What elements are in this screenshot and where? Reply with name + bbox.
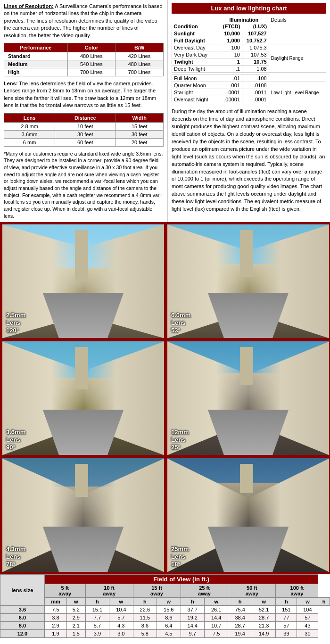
lens-row-width: 30 feet [116,130,164,138]
fov-5w: 3.8 [44,614,66,622]
image-caption-3.6mm: 3.6mmLens90° [6,429,25,452]
fov-100h: 30 [297,630,318,638]
lens-row-lens: 6 mm [4,138,55,146]
lux-ftcd-g2: .01 [219,75,242,82]
lux-ftcd: 100 [219,44,242,51]
lux-condition-g2: Starlight [172,89,219,96]
lens-intro: Lens: The lens determines the field of v… [4,80,164,109]
perf-row-label: Standard [4,52,68,60]
lux-ftcd: 1,000 [219,37,242,44]
fov-25h: 10.7 [204,622,228,630]
details-header: Details [269,17,326,23]
perf-row-bw: 480 Lines [116,60,164,68]
lens-heading: Lens: [4,81,17,86]
fov-15h: 4.5 [157,630,181,638]
fov-10h: 3.0 [109,630,133,638]
lens-table: Lens Distance Width 2.8 mm 10 feet 15 fe… [4,113,164,147]
fov-mm: 12.0 [0,630,45,638]
fov-25w: 19.2 [181,614,204,622]
fov-15w: 22.6 [133,606,157,614]
fov-50h: 28.7 [252,614,275,622]
lux-lux-g2: .0011 [242,89,269,96]
fov-25w: 9.7 [181,630,204,638]
fov-25w: 14.4 [181,622,204,630]
low-light-label: Low Light Level Range [269,82,326,103]
lux-description: During the day the amount of illuminatio… [172,108,326,213]
perf-col-header: Performance [4,43,68,52]
fov-dist-header: 10 ftaway [85,584,133,598]
lux-lux: 1,075.3 [242,44,269,51]
fov-100w: 77 [276,614,297,622]
lux-lux-g2: .108 [242,75,269,82]
fov-15w: 5.8 [133,630,157,638]
perf-row-color: 480 Lines [67,52,116,60]
lens-size-label: lens size [0,575,45,606]
fov-5w: 1.9 [44,630,66,638]
image-caption-12mm: 12mmLens25° [171,429,189,452]
h-label-6: h [318,598,330,606]
lux-lux-g2: .0001 [242,96,269,103]
image-box-3.6mm: 3.6mmLens90° [1,340,165,456]
h-label-3: h [181,598,204,606]
daylight-range-label: Daylight Range [269,44,326,73]
h-label-2: h [133,598,157,606]
lux-condition: Deep Twilight [172,66,219,73]
lux-lux: 10.75 [242,58,269,66]
fov-25h: 26.1 [204,606,228,614]
fov-10h: 10.4 [109,606,133,614]
lens-footnote: *Many of our customers require a standar… [4,150,164,220]
right-panel: Lux and low lighting chart Illumination … [167,0,330,222]
fov-50w: 38.4 [228,614,252,622]
fov-50h: 14.9 [252,630,275,638]
lux-ftcd-g2: .00001 [219,96,242,103]
fov-10h: 4.3 [109,622,133,630]
image-box-4.3mm: 4.3mmLens78° [1,457,165,573]
fov-15h: 8.6 [157,614,181,622]
fov-5h: 5.2 [67,606,86,614]
image-box-25mm: 25mmLens18° [166,457,330,573]
image-box-12mm: 12mmLens25° [166,340,330,456]
fov-mm: 6.0 [0,614,45,622]
lens-row-dist: 10 feet [55,122,116,130]
lux-table: Illumination Details Condition (FTCD) (L… [172,17,326,103]
w-label-3: w [157,598,181,606]
lens-row-lens: 3.6mm [4,130,55,138]
condition-header [172,17,219,23]
image-caption-4.3mm: 4.3mmLens78° [6,545,25,569]
perf-row-label: Medium [4,60,68,68]
fov-table: lens size Field of View (in ft.) 5 ftawa… [0,574,330,638]
lux-chart-title: Lux and low lighting chart [172,3,326,14]
color-col-header: Color [67,43,116,52]
fov-15h: 15.6 [157,606,181,614]
ftcd-header: (FTCD) [219,23,242,30]
lens-row-dist: 30 feet [55,130,116,138]
fov-5w: 2.9 [44,622,66,630]
image-caption-2.5mm: 2.5mmLens120° [6,312,25,335]
fov-10w: 3.9 [85,630,109,638]
fov-100w: 39 [276,630,297,638]
lux-condition: Sunlight [172,30,219,37]
lux-lux: 107,527 [242,30,269,37]
lux-lux: 107.53 [242,51,269,58]
fov-100w: 151 [276,606,297,614]
perf-row-color: 700 Lines [67,68,116,76]
perf-row-label: High [4,68,68,76]
fov-100w: 57 [276,622,297,630]
lux-condition-g2: Full Moon [172,75,219,82]
fov-dist-header: 5 ftaway [44,584,85,598]
lux-condition: Twilight [172,58,219,66]
lens-text: The lens determines the field of view th… [4,81,156,108]
lens-col-header: Lens [4,113,55,122]
width-col-header: Width [116,113,164,122]
perf-row-bw: 700 Lines [116,68,164,76]
lux-lux: 10,752.7 [242,37,269,44]
h-label-1: h [85,598,109,606]
fov-100h: 104 [297,606,318,614]
image-caption-25mm: 25mmLens18° [171,545,189,569]
fov-mm: 3.6 [0,606,45,614]
fov-50h: 21.3 [252,622,275,630]
lux-condition: Very Dark Day [172,51,219,58]
lux-ftcd: 10,000 [219,30,242,37]
w-label-2: w [109,598,133,606]
resolution-intro: Lines of Resolution: A Surveillance Came… [4,3,164,39]
